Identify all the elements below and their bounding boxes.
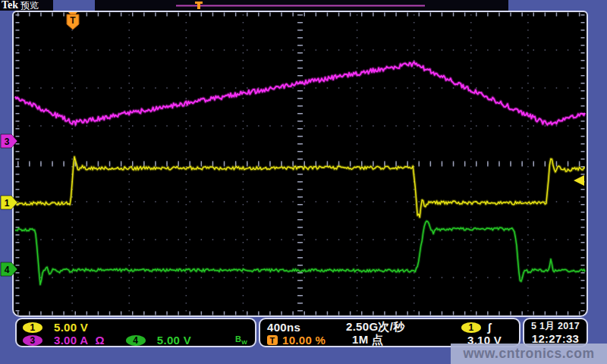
acquisition-mode-label: 预览 — [20, 0, 39, 11]
watermark: www.cntronics.com — [451, 344, 607, 364]
timebase-scale-readout: 400ns — [267, 321, 346, 334]
scope-screen — [12, 11, 588, 317]
ch4-badge[interactable]: 4 — [126, 335, 146, 346]
ch3-scale-readout: 3.00 A — [54, 334, 88, 347]
trigger-source-badge[interactable]: 1 — [461, 322, 481, 333]
ch4-scale-readout: 5.00 V — [157, 334, 191, 347]
ch3-coupling-symbol: Ω — [95, 334, 104, 347]
record-view-bar — [95, 0, 508, 11]
ch1-scale-readout: 5.00 V — [54, 321, 88, 334]
date-readout: 5 1月 2017 — [531, 320, 580, 332]
trigger-position-badge: T — [267, 335, 278, 345]
channel-readouts-box[interactable]: 1 5.00 V 3 3.00 A Ω 4 5.00 V BW — [15, 318, 256, 347]
channel-marker-label: 1 — [5, 198, 10, 209]
ch1-badge[interactable]: 1 — [23, 322, 42, 333]
ch4-bandwidth-icon: BW — [235, 334, 247, 346]
brand-label: Tek 预览 — [0, 0, 53, 11]
trigger-slope-icon: ∫ — [488, 321, 491, 334]
channel-marker-label: 3 — [5, 136, 10, 147]
ch3-badge[interactable]: 3 — [23, 335, 42, 346]
trigger-position-readout: 10.00 % — [282, 334, 352, 347]
channel-marker-label: 4 — [5, 265, 10, 275]
oscilloscope-display: { "header": { "brand": "Tek", "mode_labe… — [0, 0, 607, 364]
brand-text: Tek — [2, 0, 18, 11]
